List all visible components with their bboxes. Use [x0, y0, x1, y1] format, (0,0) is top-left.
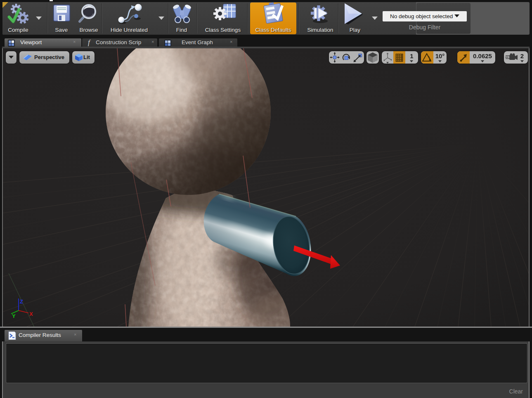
- svg-text:Z: Z: [20, 298, 23, 305]
- svg-text:X: X: [29, 311, 33, 317]
- svg-text:Y: Y: [12, 313, 16, 319]
